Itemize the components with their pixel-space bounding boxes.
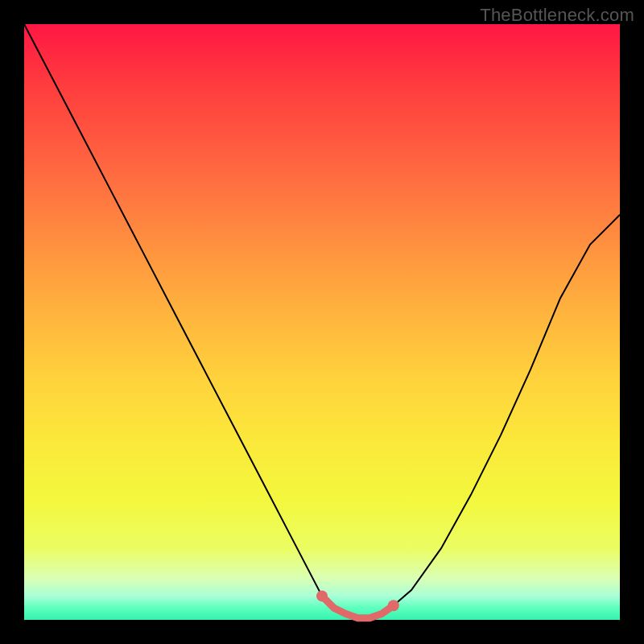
chart-frame: TheBottleneck.com: [0, 0, 644, 644]
bottleneck-curve: [24, 24, 620, 620]
watermark-text: TheBottleneck.com: [480, 5, 634, 26]
curve-main: [24, 24, 620, 618]
highlight-dot-0: [316, 590, 328, 601]
highlight-dot-1: [388, 600, 399, 611]
curve-highlight: [322, 596, 394, 617]
plot-area: [24, 24, 620, 620]
